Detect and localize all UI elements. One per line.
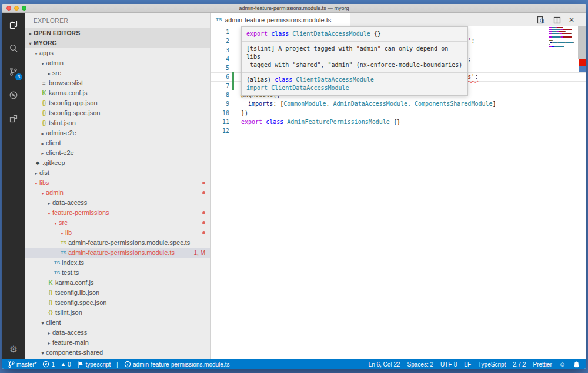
sidebar-title: EXPLORER <box>25 13 210 28</box>
split-editor-button[interactable] <box>553 16 561 24</box>
status-ts-version[interactable]: 2.7.2 <box>513 361 526 368</box>
ts-blue-file-icon: TS <box>59 248 68 258</box>
tree-file-tslint.json[interactable]: {}tslint.json <box>25 308 210 318</box>
code-line-11[interactable]: 11export class AdminFeaturePermissionsMo… <box>211 117 586 126</box>
status-git-branch[interactable]: master* <box>8 360 36 368</box>
tree-file-tsconfig.app.json[interactable]: {}tsconfig.app.json <box>25 98 210 108</box>
status-language-mode[interactable]: TypeScript <box>478 361 506 368</box>
code-line-12[interactable]: 12 <box>211 126 586 135</box>
ts-blue-file-icon: TS <box>52 268 62 278</box>
activity-item-search[interactable] <box>2 36 25 60</box>
line-number: 10 <box>211 109 229 117</box>
files-icon <box>9 20 18 29</box>
extensions-icon <box>9 114 18 123</box>
modified-dot <box>202 191 205 194</box>
tree-file-browserslist[interactable]: ≡browserslist <box>25 78 210 88</box>
tree-folder-lib[interactable]: ▾lib <box>25 228 210 238</box>
overview-ruler[interactable] <box>578 26 586 359</box>
git-file-icon: ◆ <box>33 158 42 168</box>
json-file-icon: {} <box>46 308 55 318</box>
activity-item-explorer[interactable] <box>2 13 25 36</box>
code-area[interactable]: 1import { NgModule } from '@angular/core… <box>211 26 586 359</box>
chevron-right-icon: ▸ <box>39 139 46 149</box>
tree-folder-src[interactable]: ▸src <box>25 358 210 359</box>
tree-file-admin-feature-permissions.module.spec.ts[interactable]: TSadmin-feature-permissions.module.spec.… <box>25 238 210 248</box>
gear-icon[interactable]: ⚙ <box>9 344 18 355</box>
status-separator: | <box>116 361 118 368</box>
code-line-10[interactable]: 10}) <box>211 109 586 117</box>
tree-folder-data-access[interactable]: ▸data-access <box>25 198 210 208</box>
close-window-button[interactable] <box>6 6 11 11</box>
status-prettier[interactable]: Prettier <box>533 361 552 368</box>
tree-file-tsconfig.lib.json[interactable]: {}tsconfig.lib.json <box>25 288 210 298</box>
tree-folder-feature-permissions[interactable]: ▾feature-permissions <box>25 208 210 218</box>
tree-file-admin-feature-permissions.module.ts[interactable]: TSadmin-feature-permissions.module.ts1, … <box>25 248 210 258</box>
scrollbar-thumb[interactable] <box>578 26 586 59</box>
tree-folder-admin[interactable]: ▾admin <box>25 188 210 198</box>
tree-file-karma.conf.js[interactable]: Kkarma.conf.js <box>25 88 210 98</box>
minimap[interactable] <box>549 27 576 49</box>
karma-file-icon: K <box>46 278 55 288</box>
line-number: 8 <box>211 90 229 99</box>
tree-file-test.ts[interactable]: TStest.ts <box>25 268 210 278</box>
tree-folder-client-e2e[interactable]: ▸client-e2e <box>25 148 210 158</box>
tree-folder-dist[interactable]: ▸dist <box>25 168 210 178</box>
tree-folder-src[interactable]: ▾src <box>25 218 210 228</box>
json-file-icon: {} <box>39 118 49 128</box>
modified-dot <box>202 231 205 234</box>
close-editor-button[interactable]: ✕ <box>569 16 574 24</box>
zoom-window-button[interactable] <box>22 6 26 11</box>
smiley-icon: ☺ <box>559 361 566 368</box>
json-file-icon: {} <box>39 98 49 108</box>
tree-folder-admin-e2e[interactable]: ▸admin-e2e <box>25 128 210 138</box>
hover-tooltip: export class ClientDataAccessModule {} [… <box>241 26 468 96</box>
line-number: 9 <box>211 99 229 108</box>
bell-icon <box>573 361 580 368</box>
status-errors[interactable]: 1 <box>42 361 55 368</box>
chevron-down-icon: ▾ <box>33 49 39 59</box>
activity-item-debug[interactable] <box>2 83 25 107</box>
tree-folder-data-access[interactable]: ▸data-access <box>25 328 210 338</box>
status-eol[interactable]: LF <box>464 361 471 368</box>
activity-item-source-control[interactable]: 3 <box>2 60 25 83</box>
section-open-editors[interactable]: ▸OPEN EDITORS <box>25 28 210 38</box>
status-warnings[interactable]: ▲0 <box>61 361 71 368</box>
modified-dot <box>202 211 205 214</box>
tree-folder-apps[interactable]: ▾apps <box>25 48 210 58</box>
tree-folder-feature-main[interactable]: ▸feature-main <box>25 338 210 348</box>
status-indentation[interactable]: Spaces: 2 <box>407 361 433 368</box>
tree-file-tslint.json[interactable]: {}tslint.json <box>25 118 210 128</box>
minimize-window-button[interactable] <box>14 6 19 11</box>
chevron-right-icon: ▸ <box>27 29 34 39</box>
tree-file-tsconfig.spec.json[interactable]: {}tsconfig.spec.json <box>25 298 210 308</box>
code-line-9[interactable]: 9 imports: [CommonModule, AdminDataAcces… <box>211 99 586 108</box>
json-file-icon: {} <box>39 108 49 118</box>
line-number: 7 <box>211 82 229 90</box>
tab-admin-feature-permissions[interactable]: TS admin-feature-permissions.module.ts <box>211 13 350 26</box>
tree-folder-src[interactable]: ▸src <box>25 68 210 78</box>
status-encoding[interactable]: UTF-8 <box>440 361 457 368</box>
tree-file-index.ts[interactable]: TSindex.ts <box>25 258 210 268</box>
tree-folder-components-shared[interactable]: ▾components-shared <box>25 348 210 358</box>
chevron-down-icon: ▾ <box>39 318 46 328</box>
error-mark <box>579 59 586 66</box>
tree-folder-client[interactable]: ▾client <box>25 318 210 328</box>
tree-file-.gitkeep[interactable]: ◆.gitkeep <box>25 158 210 168</box>
tree-file-karma.conf.js[interactable]: Kkarma.conf.js <box>25 278 210 288</box>
flag-icon <box>77 361 84 368</box>
open-changes-icon <box>536 15 545 24</box>
section-myorg[interactable]: ▾MYORG <box>25 38 210 48</box>
activity-item-extensions[interactable] <box>2 107 25 130</box>
status-feedback[interactable]: ☺ <box>559 361 566 368</box>
ts-yellow-file-icon: TS <box>59 238 68 248</box>
tree-folder-client[interactable]: ▸client <box>25 138 210 148</box>
status-cursor-position[interactable]: Ln 6, Col 22 <box>369 361 400 368</box>
status-notifications[interactable] <box>573 361 580 368</box>
status-tslint-status[interactable]: typescript <box>77 361 111 368</box>
status-problems-file[interactable]: admin-feature-permissions.module.ts <box>124 361 230 368</box>
typescript-file-icon: TS <box>216 17 222 22</box>
tree-folder-libs[interactable]: ▾libs <box>25 178 210 188</box>
tree-folder-admin[interactable]: ▾admin <box>25 58 210 68</box>
open-changes-button[interactable] <box>536 16 545 24</box>
tree-file-tsconfig.spec.json[interactable]: {}tsconfig.spec.json <box>25 108 210 118</box>
